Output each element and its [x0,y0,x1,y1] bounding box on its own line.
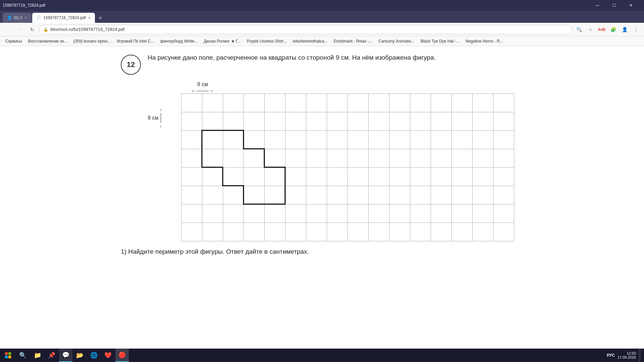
grid-cell [369,112,389,131]
bookmark-cartoony-label: Cartoony Animatio... [378,39,415,44]
search-icon[interactable]: 🔍 [574,24,584,35]
horiz-arrow: ← → [191,88,214,94]
maximize-button[interactable]: ☐ [606,0,622,11]
bookmark-black-tye[interactable]: Black Tye Dye Hat -... [418,37,462,45]
grid-cell [265,223,285,241]
bookmark-rowling-label: Джоан Ролинг ★ Г... [204,39,241,44]
bookmark-intel[interactable]: Игровой Пк Intel С... [114,37,157,45]
bookmark-vosstanovlenie[interactable]: Восстановление эк... [25,37,70,45]
taskbar-pin[interactable]: 📌 [45,349,58,362]
grid-cell [327,186,348,204]
bookmark-fingerboard[interactable]: фингерборд White... [158,37,201,45]
grid-cell [452,149,473,168]
lock-icon: 🔒 [43,27,48,32]
menu-icon[interactable]: ⋮ [631,24,641,35]
tab-pdf-close[interactable]: ✕ [88,16,91,20]
grid-cell [493,149,514,168]
grid-cell [223,168,244,186]
taskbar-search[interactable]: 🔍 [16,349,30,362]
bookmark-lotsof[interactable]: lotsofwherethatca... [290,37,330,45]
grid-cell [202,223,223,241]
new-tab-button[interactable]: + [96,13,105,23]
grid-cell [223,112,244,131]
grid-cell [369,204,389,223]
bookmark-negative-horns-label: Negative Horns - R... [466,39,503,44]
grid-cell [452,223,473,241]
grid-cell [348,94,369,112]
date-value: 17.09.2020 [618,355,636,359]
star-icon[interactable]: ☆ [585,24,596,35]
grid-cell [348,149,369,168]
taskbar-chrome[interactable]: 🔴 [115,349,129,362]
grid-cell [202,204,223,223]
bookmark-negative-horns[interactable]: Negative Horns - R... [463,37,506,45]
table-row [181,94,514,112]
grid-cell [181,149,202,168]
tab-ibls-close[interactable]: ✕ [24,16,28,20]
nav-right-icons: 🔍 ☆ AdB 🧩 👤 ⋮ [574,24,641,35]
grid-cell [452,186,473,204]
bookmark-cartoony[interactable]: Cartoony Animatio... [376,37,417,45]
grid-cell [327,94,348,112]
grid-cell [452,204,473,223]
tab-pdf[interactable]: 📄 1599787719_72824.pdf ✕ [32,13,95,23]
dimension-h-label: 9 см [197,81,208,87]
address-bar[interactable]: 🔒 iblschool.ru/fu/1599787719_72824.pdf [39,25,572,34]
close-button[interactable]: ✕ [623,0,639,11]
heart-icon: ❤️ [104,352,112,359]
grid-cell [181,94,202,112]
vert-arrow: ↑ ↓ [160,108,162,128]
adblock-icon[interactable]: AdB [596,24,607,35]
bookmark-servisy[interactable]: Сервисы [3,37,25,45]
taskbar-edge[interactable]: 🌐 [87,349,101,362]
grid-cell [244,186,265,204]
grid-cell [473,204,493,223]
start-button[interactable] [0,349,16,362]
taskbar-explorer[interactable]: 📁 [31,349,44,362]
tab-pdf-favicon: 📄 [36,15,41,20]
minimize-button[interactable]: — [590,0,605,11]
grid-cell [181,223,202,241]
grid-cell [265,94,285,112]
grid-cell [493,186,514,204]
refresh-button[interactable]: ↻ [27,24,38,35]
address-text: iblschool.ru/fu/1599787719_72824.pdf [50,27,124,32]
taskbar-favorites[interactable]: ❤️ [101,349,115,362]
grid-cell [285,168,306,186]
grid-cell [369,149,389,168]
taskbar-skype[interactable]: 💬 [59,349,72,362]
grid-cell [410,186,431,204]
grid-cell [493,131,514,149]
bookmark-emotimark[interactable]: Emotimark : Relax -... [331,37,375,45]
back-button[interactable]: ← [3,24,13,35]
grid-cell [389,149,410,168]
svg-rect-3 [8,356,11,358]
show-desktop-button[interactable] [639,349,641,362]
grid-cell [306,112,327,131]
problem-container: 12 На рисунке дано поле, расчерченное на… [121,53,523,75]
grid-cell [244,204,265,223]
taskbar-folder[interactable]: 📂 [73,349,87,362]
forward-button[interactable]: → [15,24,25,35]
grid-cell [389,94,410,112]
chrome-icon: 🔴 [118,351,126,359]
grid-cell [223,204,244,223]
bookmark-purple[interactable]: Purple Useless Shirt... [244,37,289,45]
profile-icon[interactable]: 👤 [619,24,630,35]
grid-cell [285,94,306,112]
grid-cell [389,204,410,223]
bookmark-rowling[interactable]: Джоан Ролинг ★ Г... [201,37,244,45]
extensions-icon[interactable]: 🧩 [608,24,619,35]
bookmark-bosanc[interactable]: (359) bosanc episo... [70,37,113,45]
grid-cell [493,204,514,223]
grid-cell [348,131,369,149]
grid-cell [410,204,431,223]
arrow-line [197,91,209,91]
grid-cell [285,223,306,241]
bottom-text-container: 1) Найдите периметр этой фигуры. Ответ д… [121,248,523,255]
grid-cell [244,94,265,112]
left-arrow-icon: ← [191,88,196,94]
problem-number: 12 [121,55,141,75]
bookmark-bosanc-label: (359) bosanc episo... [73,39,111,44]
tab-ibls[interactable]: 📘 IBLS ✕ [3,13,32,23]
